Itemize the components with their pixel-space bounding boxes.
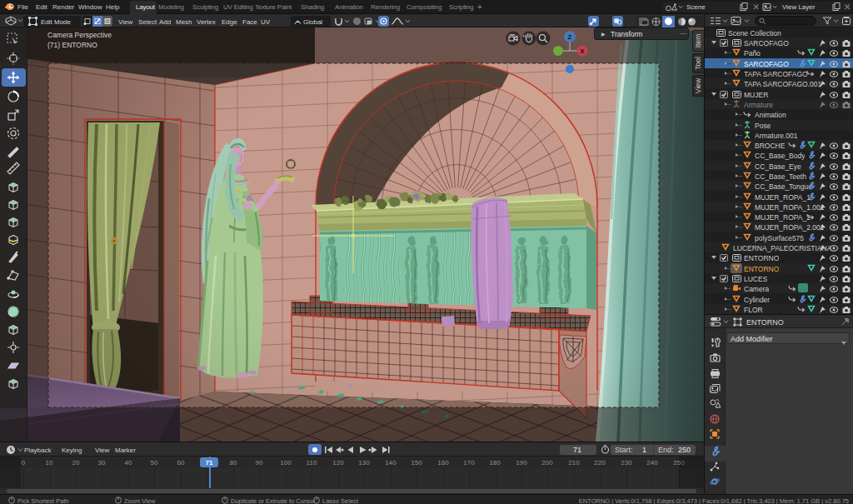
svg-text:X: X (580, 47, 585, 55)
svg-text:Z: Z (568, 33, 572, 41)
